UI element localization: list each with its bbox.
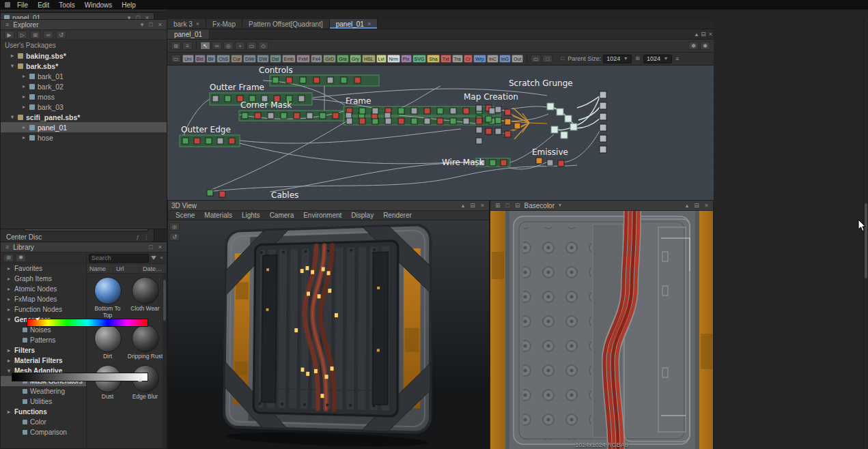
expand-icon[interactable]: ▾ bbox=[10, 63, 15, 69]
pin-icon[interactable]: ▾ bbox=[139, 22, 145, 28]
node-chip[interactable]: Cr bbox=[464, 55, 473, 63]
close-icon[interactable]: × bbox=[703, 203, 710, 209]
library-category[interactable]: ▸ Graph Items bbox=[1, 274, 86, 284]
node-chip[interactable]: Txt bbox=[440, 55, 451, 63]
3d-menu-item[interactable]: Environment bbox=[298, 212, 346, 219]
node-chip[interactable]: DW bbox=[257, 55, 269, 63]
menu-icon[interactable]: ≡ bbox=[4, 244, 10, 250]
column-header[interactable]: Url bbox=[113, 265, 140, 272]
add-node-icon[interactable]: + bbox=[235, 42, 245, 50]
column-header[interactable]: Date modified bbox=[140, 265, 167, 272]
library-item[interactable]: Dirt bbox=[89, 325, 126, 360]
node-chip[interactable]: SVG bbox=[412, 55, 427, 63]
hue-slider[interactable] bbox=[27, 319, 148, 327]
library-item[interactable]: Edge Blur bbox=[127, 365, 163, 401]
tree-item[interactable]: ▾ scifi_panel.sbs* bbox=[1, 112, 167, 122]
expand-icon[interactable]: ▸ bbox=[6, 296, 12, 302]
3d-viewport[interactable]: ◎ ↺ bbox=[168, 220, 489, 449]
material-preview-sphere[interactable] bbox=[132, 325, 159, 352]
tree-item[interactable]: ▸ bark_01 bbox=[1, 71, 167, 81]
grid-icon[interactable]: ⊞ bbox=[634, 56, 641, 61]
new-package-icon[interactable]: ⊞ bbox=[30, 31, 40, 39]
expand-icon[interactable]: ▸ bbox=[6, 347, 12, 353]
menu-item[interactable]: File bbox=[12, 0, 33, 10]
size-multiplier-select[interactable]: 1024 ▾ bbox=[643, 55, 672, 63]
document-tab[interactable]: bark 3 × bbox=[167, 19, 206, 29]
parent-size-select[interactable]: 1024 ▾ bbox=[603, 55, 632, 63]
expand-icon[interactable]: ▸ bbox=[21, 134, 27, 141]
library-category[interactable]: ▸ Function Nodes bbox=[1, 304, 86, 315]
tree-item[interactable]: ▸ bark_02 bbox=[1, 81, 167, 91]
float-icon[interactable]: ⊟ bbox=[699, 31, 708, 38]
3d-menu-item[interactable]: Scene bbox=[171, 212, 199, 219]
library-category[interactable]: ▸ Atomic Nodes bbox=[1, 284, 86, 294]
grid-icon[interactable]: ⊞ bbox=[171, 42, 181, 50]
menu-icon[interactable]: ≡ bbox=[182, 42, 193, 50]
float-icon[interactable]: □ bbox=[148, 22, 154, 28]
close-icon[interactable]: × bbox=[196, 20, 199, 27]
expand-icon[interactable]: ▸ bbox=[21, 93, 27, 100]
library-category[interactable]: Comparison bbox=[1, 427, 86, 437]
clear-icon[interactable]: × bbox=[158, 255, 165, 261]
node-chip[interactable]: ChS bbox=[216, 55, 230, 63]
3d-menu-item[interactable]: Lights bbox=[237, 212, 265, 219]
column-header[interactable]: Name bbox=[87, 265, 113, 272]
tree-item[interactable]: ▸ baking.sbs* bbox=[1, 50, 167, 61]
expand-icon[interactable]: ▸ bbox=[21, 83, 27, 89]
node-chip[interactable]: Blr bbox=[206, 55, 216, 63]
node-chip[interactable]: Dst bbox=[270, 55, 281, 63]
tree-item[interactable]: ▸ hose bbox=[1, 132, 167, 143]
node-chip[interactable]: Wrp bbox=[473, 55, 486, 63]
3d-menu-item[interactable]: Camera bbox=[265, 212, 299, 219]
library-category[interactable]: ▸ Filters bbox=[1, 345, 86, 356]
lock-icon[interactable]: ⊟ bbox=[514, 203, 522, 209]
3d-menu-item[interactable]: Display bbox=[346, 212, 378, 219]
close-icon[interactable]: × bbox=[367, 20, 371, 27]
grid-view-icon[interactable]: ⊞ bbox=[3, 254, 14, 262]
material-preview-sphere[interactable] bbox=[94, 277, 122, 304]
snapshot-icon[interactable]: ◇ bbox=[258, 42, 268, 50]
settings-icon[interactable]: ✱ bbox=[700, 42, 710, 50]
node-chip[interactable]: Uni bbox=[182, 55, 194, 63]
param-menu-icon[interactable]: ⋮ bbox=[143, 234, 150, 240]
menu-item[interactable]: Edit bbox=[33, 0, 54, 10]
expand-icon[interactable]: ▸ bbox=[21, 104, 27, 110]
expand-icon[interactable]: ▸ bbox=[6, 276, 12, 282]
3d-menu-item[interactable]: Materials bbox=[199, 212, 237, 219]
node-chip[interactable]: HSL bbox=[362, 55, 376, 63]
close-icon[interactable]: × bbox=[157, 244, 163, 250]
expand-icon[interactable]: ▸ bbox=[21, 73, 27, 79]
expand-icon[interactable]: ▸ bbox=[6, 265, 12, 272]
library-category[interactable]: ▸ Functions bbox=[1, 407, 86, 417]
node-chip[interactable]: Fx4 bbox=[311, 55, 323, 63]
node-chip[interactable]: Lvl bbox=[376, 55, 387, 63]
library-item[interactable]: Cloth Wear bbox=[127, 277, 163, 319]
expand-icon[interactable]: ▸ bbox=[21, 124, 27, 130]
tree-item[interactable]: ▸ moss bbox=[1, 91, 167, 102]
float-icon[interactable]: ⊟ bbox=[692, 203, 701, 209]
expand-icon[interactable]: ▸ bbox=[6, 286, 12, 292]
menu-item[interactable]: Windows bbox=[80, 0, 117, 10]
expand-icon[interactable]: ▸ bbox=[10, 53, 15, 59]
frame-icon[interactable]: □ bbox=[542, 55, 552, 63]
play-icon[interactable]: ▶ bbox=[4, 31, 14, 39]
node-chip[interactable]: Gra bbox=[337, 55, 349, 63]
library-category[interactable]: Color bbox=[1, 417, 86, 427]
rotate-icon[interactable]: ↺ bbox=[169, 233, 180, 241]
node-list-icon[interactable]: ▭ bbox=[171, 55, 181, 63]
camera-icon[interactable]: ◎ bbox=[169, 222, 180, 231]
expand-icon[interactable]: ▸ bbox=[6, 306, 12, 313]
material-flower-icon[interactable]: ✽ bbox=[688, 42, 699, 50]
collapse-icon[interactable]: ▴ bbox=[694, 31, 700, 38]
material-preview-sphere[interactable] bbox=[132, 277, 159, 304]
expand-icon[interactable]: ▾ bbox=[6, 317, 12, 323]
node-chip[interactable]: Sha bbox=[427, 55, 439, 63]
link-tool-icon[interactable]: ∞ bbox=[212, 42, 222, 50]
float-icon[interactable]: □ bbox=[148, 244, 154, 250]
comment-tool-icon[interactable]: ▭ bbox=[247, 42, 257, 50]
expand-icon[interactable]: ▸ bbox=[6, 409, 12, 415]
node-chip[interactable]: Bld bbox=[195, 55, 206, 63]
tiling-icon[interactable]: □ bbox=[505, 203, 511, 209]
library-item[interactable]: Bottom To Top bbox=[89, 277, 126, 319]
document-tab[interactable]: panel_01 × bbox=[330, 19, 378, 29]
